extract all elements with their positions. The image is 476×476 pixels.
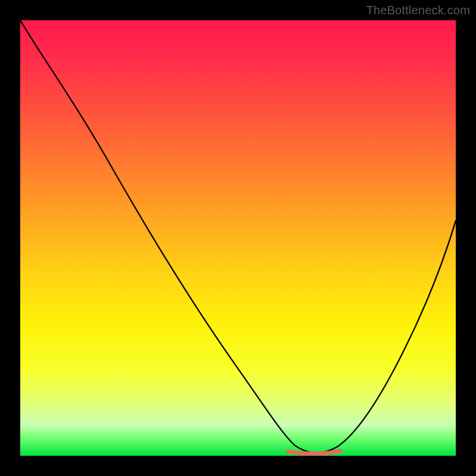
bottleneck-curve xyxy=(20,20,456,453)
watermark-text: TheBottleneck.com xyxy=(366,4,470,17)
curve-layer xyxy=(20,20,456,456)
plot-area xyxy=(20,20,456,456)
optimal-band xyxy=(288,451,340,453)
chart-frame: TheBottleneck.com xyxy=(0,0,476,476)
